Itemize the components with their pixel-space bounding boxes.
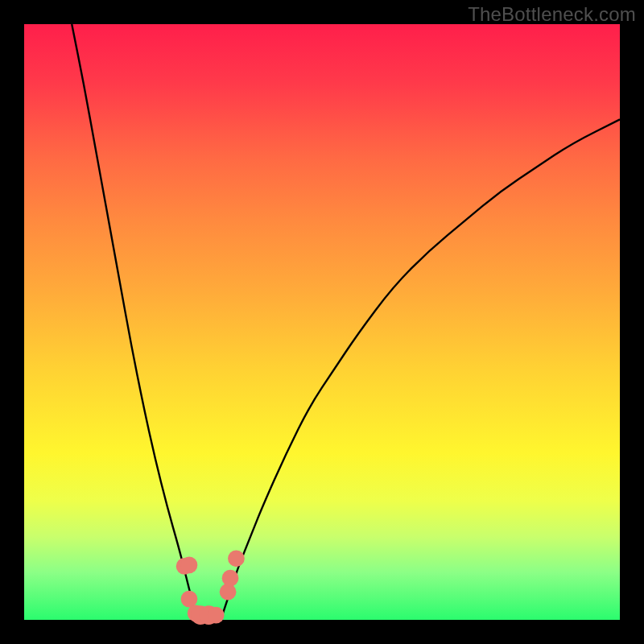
marker-dot [181, 591, 198, 608]
marker-dot [181, 557, 198, 574]
chart-frame: TheBottleneck.com [0, 0, 644, 644]
marker-group [176, 550, 245, 624]
curve-left-branch [72, 24, 196, 620]
marker-dot [222, 570, 239, 587]
marker-dot [228, 550, 245, 567]
chart-svg [24, 24, 620, 620]
watermark-text: TheBottleneck.com [468, 3, 636, 26]
curve-right-branch [221, 119, 620, 620]
marker-dot [208, 607, 225, 624]
plot-area [24, 24, 620, 620]
